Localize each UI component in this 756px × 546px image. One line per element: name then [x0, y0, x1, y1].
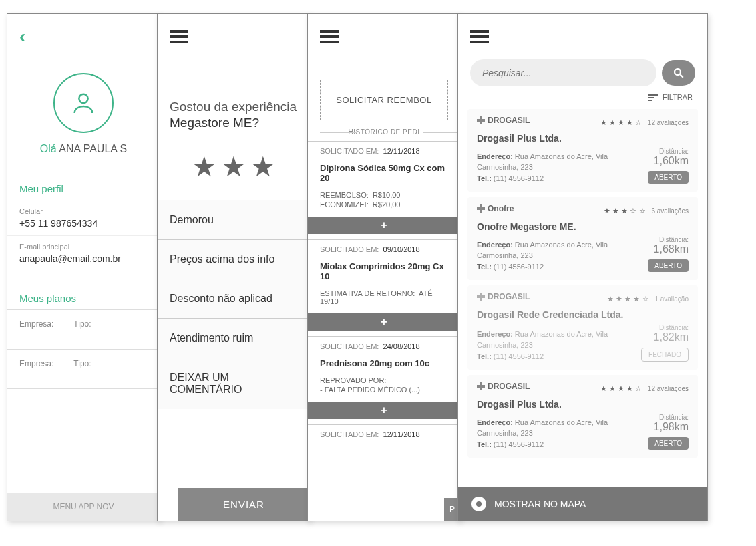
- expand-button[interactable]: +: [308, 217, 460, 234]
- status-badge: FECHADO: [641, 348, 689, 362]
- profile-screen: ‹ Olá ANA PAULA S Meu perfil Celular +55…: [7, 13, 160, 521]
- reimbursement-item[interactable]: SOLICITADO EM: 12/11/2018: [308, 424, 460, 444]
- pharmacy-brand: DROGASIL: [477, 382, 530, 391]
- plan-row[interactable]: Empresa:Tipo:: [7, 350, 160, 389]
- search-button[interactable]: [662, 60, 695, 86]
- pharmacy-card[interactable]: Onofre ★ ★ ★ ☆ ☆ 6 avaliações Onofre Meg…: [467, 197, 698, 280]
- rating-option[interactable]: DEIXAR UM COMENTÁRIO: [158, 358, 310, 409]
- pharmacy-info: Endereço: Rua Amazonas do Acre, Vila Car…: [477, 329, 641, 362]
- menu-icon[interactable]: [458, 14, 707, 59]
- rating-screen: Gostou da experiência Megastore ME? ★★★ …: [157, 13, 311, 521]
- plus-icon: [477, 116, 485, 124]
- search-input[interactable]: [470, 59, 656, 86]
- distance-value: 1,98km: [648, 421, 689, 433]
- rating-stars: ★ ★ ★ ★ ☆: [607, 295, 648, 303]
- pharmacy-info: Endereço: Rua Amazonas do Acre, Vila Car…: [477, 239, 648, 273]
- distance-label: Distância:: [648, 148, 689, 155]
- pharmacy-card[interactable]: DROGASIL ★ ★ ★ ★ ☆ 1 avaliação Drogasil …: [467, 285, 698, 370]
- star-icon[interactable]: ★: [192, 151, 217, 182]
- pharmacy-list-screen: FILTRAR DROGASIL ★ ★ ★ ★ ☆ 12 avaliações…: [457, 13, 708, 521]
- reimbursement-item[interactable]: SOLICITADO EM: 24/08/2018Prednisona 20mg…: [308, 336, 460, 419]
- svg-rect-9: [477, 207, 485, 210]
- distance-label: Distância:: [648, 236, 689, 243]
- rating-count: 1 avaliação: [654, 295, 689, 303]
- rating-stars: ★ ★ ★ ★ ☆: [600, 384, 642, 392]
- distance-value: 1,68km: [648, 243, 689, 255]
- rating-option[interactable]: Atendimento ruim: [158, 318, 310, 358]
- reimbursement-item[interactable]: SOLICITADO EM: 12/11/2018Dipirona Sódica…: [308, 141, 460, 234]
- request-reimbursement-button[interactable]: SOLICITAR REEMBOL: [320, 80, 448, 120]
- pharmacy-brand: Onofre: [477, 204, 514, 213]
- pharmacy-name: Drogasil Plus Ltda.: [477, 133, 689, 144]
- rating-subject: Megastore ME?: [170, 116, 298, 130]
- pharmacy-info: Endereço: Rua Amazonas do Acre, Vila Car…: [477, 151, 648, 184]
- status-badge: ABERTO: [648, 259, 689, 272]
- star-rating[interactable]: ★★★: [158, 144, 310, 200]
- rating-count: 6 avaliações: [651, 207, 689, 215]
- svg-rect-11: [477, 295, 485, 298]
- plus-icon: [477, 382, 485, 390]
- footer-menu[interactable]: MENU APP NOV: [7, 493, 160, 521]
- rating-question: Gostou da experiência: [170, 100, 298, 114]
- rating-stars: ★ ★ ★ ★ ☆: [600, 118, 642, 126]
- email-field[interactable]: E-mail principal anapaula@email.com.br: [7, 236, 160, 271]
- svg-rect-13: [477, 385, 485, 388]
- history-label: HISTÓRICO DE PEDI: [308, 128, 460, 136]
- svg-rect-4: [648, 97, 654, 98]
- avatar[interactable]: [53, 73, 114, 133]
- expand-button[interactable]: +: [308, 402, 460, 419]
- star-icon[interactable]: ★: [221, 151, 246, 182]
- distance-label: Distância:: [641, 324, 689, 331]
- pharmacy-brand: DROGASIL: [477, 292, 530, 301]
- filter-icon: [648, 94, 658, 101]
- svg-point-0: [79, 94, 87, 103]
- plan-row[interactable]: Empresa:Tipo:: [7, 310, 160, 350]
- expand-button[interactable]: +: [308, 313, 460, 331]
- reimbursement-screen: SOLICITAR REEMBOL HISTÓRICO DE PEDI SOLI…: [307, 13, 461, 521]
- section-plans-title: Meus planos: [7, 285, 160, 310]
- search-icon: [673, 67, 685, 79]
- filter-button[interactable]: FILTRAR: [458, 86, 707, 104]
- svg-rect-5: [648, 100, 652, 101]
- pharmacy-name: Drogasil Plus Ltda.: [477, 399, 689, 410]
- phone-field[interactable]: Celular +55 11 987654334: [7, 200, 160, 236]
- menu-icon[interactable]: [308, 14, 460, 59]
- rating-stars: ★ ★ ★ ☆ ☆: [604, 207, 645, 215]
- distance-value: 1,60km: [648, 155, 689, 167]
- map-pin-icon: [471, 497, 486, 511]
- star-icon[interactable]: ★: [250, 151, 276, 182]
- rating-count: 12 avaliações: [648, 119, 689, 126]
- greeting: Olá ANA PAULA S: [7, 143, 160, 155]
- rating-option[interactable]: Desconto não aplicad: [158, 279, 310, 318]
- section-profile-title: Meu perfil: [7, 175, 160, 200]
- svg-line-2: [680, 74, 683, 78]
- pharmacy-card[interactable]: DROGASIL ★ ★ ★ ★ ☆ 12 avaliações Drogasi…: [467, 375, 698, 458]
- pharmacy-info: Endereço: Rua Amazonas do Acre, Vila Car…: [477, 417, 648, 450]
- status-badge: ABERTO: [648, 437, 689, 450]
- reimbursement-item[interactable]: SOLICITADO EM: 09/10/2018Miolax Comprimi…: [308, 239, 460, 331]
- person-icon: [70, 90, 97, 116]
- distance-label: Distância:: [648, 414, 689, 421]
- pharmacy-brand: DROGASIL: [477, 116, 530, 125]
- pharmacy-name: Drogasil Rede Credenciada Ltda.: [477, 309, 689, 320]
- svg-rect-3: [648, 94, 658, 96]
- back-button[interactable]: ‹: [7, 14, 37, 59]
- rating-count: 12 avaliações: [648, 385, 689, 392]
- plus-icon: [477, 293, 485, 301]
- pharmacy-card[interactable]: DROGASIL ★ ★ ★ ★ ☆ 12 avaliações Drogasi…: [467, 109, 698, 192]
- svg-point-1: [675, 69, 681, 75]
- show-map-button[interactable]: MOSTRAR NO MAPA: [458, 487, 707, 521]
- submit-button[interactable]: ENVIAR: [178, 488, 310, 521]
- menu-icon[interactable]: [158, 14, 310, 59]
- distance-value: 1,82km: [641, 331, 689, 344]
- rating-option[interactable]: Demorou: [158, 200, 310, 239]
- rating-option[interactable]: Preços acima dos info: [158, 239, 310, 279]
- plus-icon: [477, 204, 485, 213]
- status-badge: ABERTO: [648, 171, 689, 184]
- pharmacy-name: Onofre Megastore ME.: [477, 221, 689, 232]
- svg-rect-7: [477, 119, 485, 122]
